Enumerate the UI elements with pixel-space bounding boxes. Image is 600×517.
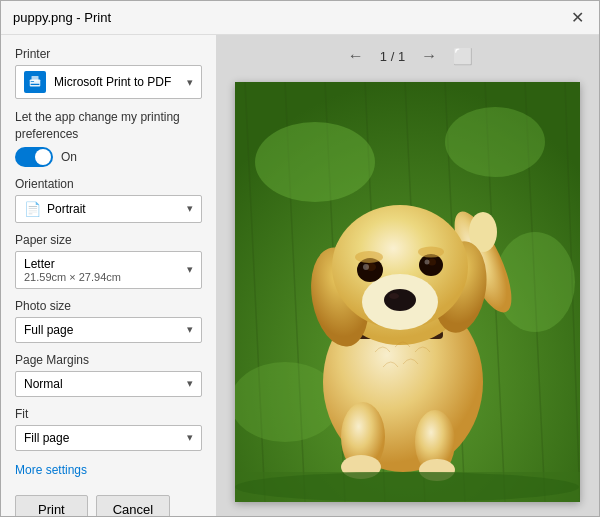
- photo-size-dropdown[interactable]: Full page ▾: [15, 317, 202, 343]
- prev-page-button[interactable]: ←: [342, 45, 370, 67]
- toggle-row: On: [15, 147, 202, 167]
- toggle-section: Let the app change my printing preferenc…: [15, 109, 202, 167]
- print-button[interactable]: Print: [15, 495, 88, 516]
- toggle-switch[interactable]: [15, 147, 53, 167]
- close-button[interactable]: ✕: [563, 4, 591, 32]
- dialog-content: Printer Microsoft Print to PDF: [1, 35, 599, 516]
- preview-image-container: [226, 77, 589, 506]
- svg-rect-1: [32, 76, 39, 81]
- paper-size-dimensions: 21.59cm × 27.94cm: [24, 271, 121, 283]
- toggle-state-label: On: [61, 150, 77, 164]
- photo-size-label: Photo size: [15, 299, 202, 313]
- svg-point-32: [384, 289, 416, 311]
- fit-section: Fit Fill page ▾: [15, 407, 202, 451]
- printer-select-left: Microsoft Print to PDF: [24, 71, 171, 93]
- right-panel: ← 1 / 1 → ⬜: [216, 35, 599, 516]
- paper-size-label: Paper size: [15, 233, 202, 247]
- svg-point-33: [389, 293, 399, 299]
- printer-label: Printer: [15, 47, 202, 61]
- paper-size-section: Paper size Letter 21.59cm × 27.94cm ▾: [15, 233, 202, 289]
- dialog-title: puppy.png - Print: [13, 10, 111, 25]
- paper-size-dropdown[interactable]: Letter 21.59cm × 27.94cm ▾: [15, 251, 202, 289]
- fit-value: Fill page: [24, 431, 69, 445]
- orientation-chevron: ▾: [187, 202, 193, 215]
- page-indicator: 1 / 1: [380, 49, 405, 64]
- orientation-section: Orientation 📄 Portrait ▾: [15, 177, 202, 223]
- more-settings-link[interactable]: More settings: [15, 463, 202, 477]
- left-panel: Printer Microsoft Print to PDF: [1, 35, 216, 516]
- cancel-button[interactable]: Cancel: [96, 495, 170, 516]
- svg-point-41: [418, 246, 444, 257]
- print-dialog: puppy.png - Print ✕ Printer: [0, 0, 600, 517]
- preview-controls: ← 1 / 1 → ⬜: [342, 45, 473, 67]
- photo-size-chevron: ▾: [187, 323, 193, 336]
- fit-chevron: ▾: [187, 431, 193, 444]
- printer-section: Printer Microsoft Print to PDF: [15, 47, 202, 99]
- page-margins-value: Normal: [24, 377, 63, 391]
- fit-dropdown[interactable]: Fill page ▾: [15, 425, 202, 451]
- svg-point-14: [255, 122, 375, 202]
- app-prefs-label: Let the app change my printing preferenc…: [15, 109, 202, 143]
- photo-size-value: Full page: [24, 323, 73, 337]
- paper-size-chevron: ▾: [187, 263, 193, 276]
- fit-to-window-icon[interactable]: ⬜: [453, 47, 473, 66]
- puppy-svg: [235, 82, 580, 502]
- svg-point-15: [445, 107, 545, 177]
- printer-dropdown[interactable]: Microsoft Print to PDF ▾: [15, 65, 202, 99]
- preview-image: [235, 82, 580, 502]
- action-buttons: Print Cancel: [15, 487, 202, 516]
- page-margins-dropdown[interactable]: Normal ▾: [15, 371, 202, 397]
- printer-icon: [24, 71, 46, 93]
- page-margins-chevron: ▾: [187, 377, 193, 390]
- pdf-icon: [28, 75, 42, 89]
- svg-point-39: [425, 259, 430, 264]
- svg-rect-3: [31, 81, 35, 82]
- paper-size-name: Letter: [24, 257, 121, 271]
- printer-name: Microsoft Print to PDF: [54, 75, 171, 89]
- printer-chevron: ▾: [187, 76, 193, 89]
- svg-rect-2: [31, 84, 40, 85]
- svg-point-43: [235, 472, 579, 502]
- orientation-dropdown[interactable]: 📄 Portrait ▾: [15, 195, 202, 223]
- photo-size-section: Photo size Full page ▾: [15, 299, 202, 343]
- fit-label: Fit: [15, 407, 202, 421]
- toggle-thumb: [35, 149, 51, 165]
- paper-size-info: Letter 21.59cm × 27.94cm: [24, 257, 121, 283]
- title-bar: puppy.png - Print ✕: [1, 1, 599, 35]
- svg-point-40: [355, 251, 383, 263]
- svg-point-36: [363, 264, 369, 270]
- orientation-value: Portrait: [47, 202, 86, 216]
- orientation-label: Orientation: [15, 177, 202, 191]
- orientation-icon: 📄: [24, 201, 41, 217]
- next-page-button[interactable]: →: [415, 45, 443, 67]
- page-margins-section: Page Margins Normal ▾: [15, 353, 202, 397]
- page-margins-label: Page Margins: [15, 353, 202, 367]
